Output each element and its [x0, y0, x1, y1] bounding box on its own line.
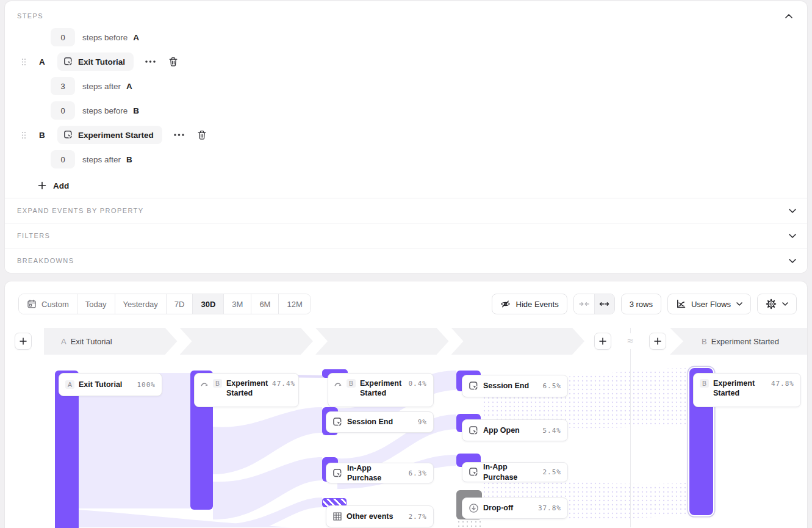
steps-after-a-input[interactable]: 3 [51, 77, 75, 95]
steps-after-a-label: steps after [82, 82, 121, 91]
flow-node-session-end-9[interactable]: Session End 9% [326, 411, 434, 433]
drop-off-icon [469, 503, 479, 513]
add-step-label: Add [53, 181, 69, 190]
trash-icon [168, 57, 178, 67]
event-icon [332, 417, 343, 427]
step-badge: B [700, 379, 709, 388]
steps-title: STEPS [17, 12, 43, 20]
event-icon [63, 130, 73, 140]
grid-icon [332, 512, 342, 521]
accordion-expand-events[interactable]: EXPAND EVENTS BY PROPERTY [5, 198, 807, 223]
flow-column-headers: A Exit Tutorial [44, 328, 584, 355]
flow-node-name: App Open [483, 425, 520, 435]
accordion-breakdowns-label: BREAKDOWNS [17, 257, 74, 264]
steps-before-a-row: 0 steps before A [51, 28, 795, 46]
flow-node-percent: 100% [137, 381, 156, 389]
steps-before-a-input[interactable]: 0 [51, 28, 75, 46]
chevron-down-icon [789, 259, 796, 263]
flow-node-in-app-purchase-63[interactable]: In-App Purchase 6.3% [326, 463, 434, 483]
chevron-down-icon [789, 234, 796, 238]
steps-after-a-ref: A [126, 82, 132, 91]
add-step-button[interactable]: Add [38, 178, 69, 193]
plus-icon [20, 338, 27, 345]
column-header-3[interactable] [315, 328, 449, 355]
steps-after-b-input[interactable]: 0 [51, 150, 75, 168]
steps-before-b-input[interactable]: 0 [51, 101, 75, 120]
steps-before-b-label: steps before [82, 106, 128, 115]
flow-node-name: Exit Tutorial [79, 380, 122, 389]
flow-node-percent: 0.4% [409, 380, 428, 388]
flow-node-percent: 37.8% [538, 504, 561, 512]
flow-node-percent: 6.5% [543, 382, 562, 390]
step-b-menu-button[interactable] [171, 131, 187, 139]
column-header-step-a[interactable]: A Exit Tutorial [44, 328, 178, 355]
step-b-event-chip[interactable]: Experiment Started [57, 126, 162, 144]
steps-before-b-row: 0 steps before B [51, 101, 795, 120]
approx-break-symbol: ≈ [622, 333, 639, 349]
steps-before-b-ref: B [133, 106, 139, 115]
accordion-filters-label: FILTERS [17, 232, 50, 239]
kebab-icon [145, 60, 156, 63]
flow-node-percent: 2.7% [409, 513, 428, 521]
flow-node-experiment-started-04[interactable]: B Experiment Started 0.4% [328, 373, 434, 407]
step-a-menu-button[interactable] [142, 57, 159, 66]
flow-node-name: Experiment Started [360, 378, 404, 399]
column-header-2[interactable] [180, 328, 314, 355]
chevron-up-icon [785, 14, 792, 18]
steps-panel: STEPS 0 steps before A A Exit Tutorial [5, 1, 807, 193]
add-column-middle-button[interactable] [594, 333, 611, 350]
drag-handle-icon[interactable] [20, 58, 28, 66]
step-b-letter: B [39, 131, 48, 140]
steps-after-b-ref: B [126, 155, 132, 164]
flow-node-name: Drop-off [483, 503, 513, 513]
flow-node-drop-off[interactable]: Drop-off 37.8% [462, 497, 568, 519]
step-b-delete-button[interactable] [195, 128, 209, 143]
plus-icon [654, 338, 661, 345]
kebab-icon [173, 133, 185, 137]
event-icon [469, 425, 479, 436]
event-icon [332, 468, 343, 479]
jump-arrow-icon [334, 380, 342, 388]
steps-after-b-label: steps after [82, 155, 121, 164]
plus-icon [599, 338, 606, 345]
event-icon [469, 467, 479, 477]
flow-node-percent: 9% [418, 418, 427, 426]
step-a-row: A Exit Tutorial [20, 52, 795, 71]
steps-collapse-button[interactable] [783, 12, 795, 21]
trash-icon [197, 130, 207, 140]
add-column-right-button[interactable] [649, 333, 666, 350]
flow-node-other-events[interactable]: Other events 2.7% [326, 505, 434, 527]
flow-node-name: Experiment Started [226, 378, 268, 399]
flow-node-name: Session End [347, 417, 393, 427]
drag-handle-icon[interactable] [20, 131, 28, 139]
flows-report-card: Custom Today Yesterday 7D 30D 3M 6M 12M … [5, 281, 807, 528]
flow-node-name: Experiment Started [713, 378, 767, 399]
flow-node-percent: 47.8% [771, 380, 794, 388]
accordion-filters[interactable]: FILTERS [5, 223, 807, 248]
steps-after-b-row: 0 steps after B [51, 150, 795, 168]
step-a-delete-button[interactable] [166, 54, 181, 70]
user-flows-chart: A Exit Tutorial ≈ B Experiment Started [5, 281, 807, 527]
flow-node-experiment-started-478[interactable]: B Experiment Started 47.8% [693, 373, 801, 407]
flow-node-name: Other events [347, 512, 393, 521]
flow-node-exit-tutorial[interactable]: A Exit Tutorial 100% [59, 373, 162, 396]
steps-card: STEPS 0 steps before A A Exit Tutorial [5, 1, 807, 273]
flow-node-name: In-App Purchase [483, 462, 539, 482]
column-header-step-b[interactable]: B Experiment Started [670, 328, 807, 355]
flow-node-name: In-App Purchase [347, 463, 404, 483]
step-a-letter: A [39, 57, 48, 67]
add-column-left-button[interactable] [15, 333, 32, 350]
flow-node-session-end-65[interactable]: Session End 6.5% [462, 375, 568, 397]
column-a-name: Exit Tutorial [71, 337, 112, 346]
step-badge: B [213, 379, 222, 388]
flow-node-in-app-purchase-25[interactable]: In-App Purchase 2.5% [462, 462, 568, 482]
column-header-4[interactable] [451, 328, 585, 355]
step-a-event-name: Exit Tutorial [78, 57, 125, 67]
accordion-breakdowns[interactable]: BREAKDOWNS [5, 248, 807, 273]
column-b-name: Experiment Started [711, 337, 779, 346]
jump-arrow-icon [201, 380, 209, 388]
step-badge: A [65, 380, 74, 389]
flow-node-experiment-started-47[interactable]: B Experiment Started 47.4% [194, 373, 299, 407]
step-a-event-chip[interactable]: Exit Tutorial [57, 52, 134, 71]
flow-node-app-open[interactable]: App Open 5.4% [462, 419, 568, 441]
